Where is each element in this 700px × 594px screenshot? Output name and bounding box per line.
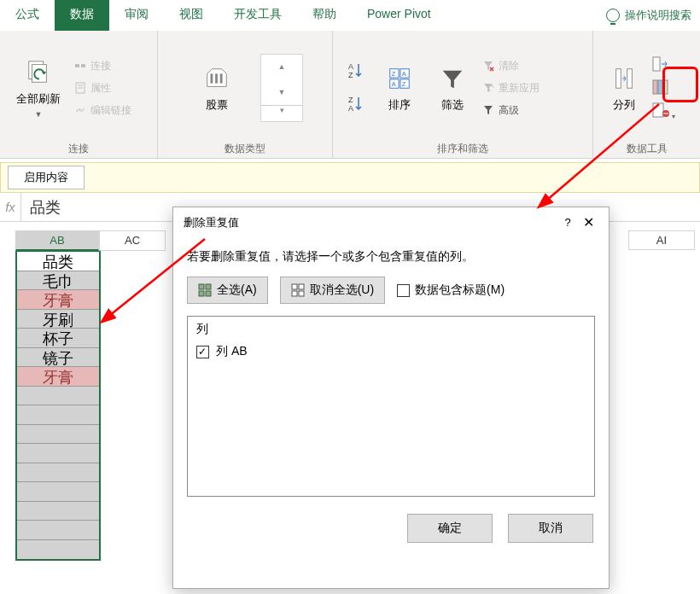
svg-rect-26	[653, 57, 660, 71]
sort-asc-button[interactable]: AZ	[347, 61, 365, 82]
deselect-all-icon	[291, 283, 305, 297]
tell-me-search[interactable]: 操作说明搜索	[606, 0, 700, 31]
dropdown-arrow-icon: ▼	[35, 110, 43, 119]
bulb-icon	[606, 9, 620, 22]
remove-duplicates-button[interactable]	[651, 79, 675, 98]
svg-rect-8	[215, 73, 218, 83]
stock-label: 股票	[206, 97, 228, 113]
cell-empty[interactable]	[17, 482, 99, 502]
tab-dev[interactable]: 开发工具	[219, 0, 297, 31]
col-header-ab[interactable]: AB	[15, 230, 99, 251]
properties-button[interactable]: 属性	[73, 77, 131, 99]
column-item-ab[interactable]: 列 AB	[196, 344, 586, 359]
dialog-description: 若要删除重复值，请选择一个或多个包含重复值的列。	[187, 249, 595, 265]
svg-rect-35	[199, 291, 204, 296]
tab-data[interactable]: 数据	[55, 0, 109, 31]
columns-listbox[interactable]: 列 列 AB	[187, 316, 595, 497]
text-to-columns-button[interactable]: 分列	[602, 48, 646, 129]
cell-empty[interactable]	[17, 425, 99, 445]
checkbox-icon	[397, 284, 410, 297]
svg-rect-28	[658, 80, 662, 94]
group-label-datatools: 数据工具	[602, 140, 691, 156]
sort-icon: ZAAZ	[384, 63, 415, 94]
security-warning-bar: 启用内容	[0, 162, 700, 193]
data-type-gallery[interactable]: ▲ ▼ ▾	[260, 54, 303, 122]
svg-rect-7	[211, 73, 213, 83]
edit-links-button[interactable]: 编辑链接	[73, 99, 131, 121]
sort-desc-button[interactable]: ZA	[347, 94, 365, 115]
enable-content-button[interactable]: 启用内容	[8, 166, 85, 189]
cell-a6[interactable]: 镜子	[17, 348, 99, 368]
search-label: 操作说明搜索	[625, 8, 691, 23]
refresh-icon	[23, 57, 54, 88]
tab-formula[interactable]: 公式	[0, 0, 55, 31]
cell-empty[interactable]	[17, 502, 99, 521]
svg-rect-3	[81, 64, 85, 67]
tab-review[interactable]: 审阅	[109, 0, 164, 31]
selected-range[interactable]: 品类 毛巾 牙膏 牙刷 杯子 镜子 牙膏	[15, 250, 101, 561]
formula-value[interactable]: 品类	[20, 193, 69, 221]
connections-button[interactable]: 连接	[73, 55, 131, 77]
select-all-icon	[198, 283, 212, 297]
sort-button[interactable]: ZAAZ 排序	[376, 48, 423, 129]
cell-empty[interactable]	[17, 387, 99, 406]
has-header-checkbox[interactable]: 数据包含标题(M)	[397, 282, 505, 298]
stock-button[interactable]: 股票	[187, 48, 247, 129]
svg-text:Z: Z	[402, 80, 406, 88]
flash-fill-button[interactable]	[651, 55, 675, 75]
refresh-all-button[interactable]: 全部刷新 ▼	[9, 48, 68, 129]
cell-a5[interactable]: 杯子	[17, 329, 99, 348]
reapply-button[interactable]: 重新应用	[481, 77, 540, 99]
cancel-button[interactable]: 取消	[508, 514, 593, 543]
cell-a2[interactable]: 毛巾	[17, 271, 99, 291]
help-button[interactable]: ?	[557, 216, 578, 229]
fx-icon[interactable]: fx	[0, 200, 20, 214]
remove-duplicates-dialog: 删除重复值 ? ✕ 若要删除重复值，请选择一个或多个包含重复值的列。 全选(A)…	[172, 207, 610, 589]
svg-rect-30	[653, 103, 663, 117]
svg-rect-27	[653, 80, 657, 94]
funnel-icon	[437, 63, 468, 94]
cell-a1[interactable]: 品类	[17, 252, 99, 271]
col-header-ai[interactable]: AI	[628, 230, 695, 250]
select-all-button[interactable]: 全选(A)	[187, 277, 268, 304]
svg-rect-33	[199, 284, 204, 289]
col-header-ac[interactable]: AC	[99, 230, 166, 251]
cell-empty[interactable]	[17, 444, 99, 463]
cell-empty[interactable]	[17, 540, 99, 560]
refresh-label: 全部刷新	[16, 91, 61, 107]
data-validation-button[interactable]: ▾	[651, 102, 675, 121]
cell-a7[interactable]: 牙膏	[17, 367, 99, 387]
group-label-sortfilter: 排序和筛选	[341, 140, 584, 156]
ribbon: 全部刷新 ▼ 连接 属性 编辑链接 连接 股票 ▲ ▼ ▾	[0, 31, 700, 159]
svg-text:Z: Z	[392, 70, 396, 78]
svg-text:A: A	[348, 104, 353, 113]
close-button[interactable]: ✕	[578, 214, 598, 230]
svg-rect-2	[75, 64, 79, 67]
ribbon-tabs: 公式 数据 审阅 视图 开发工具 帮助 Power Pivot 操作说明搜索	[0, 0, 700, 31]
filter-button[interactable]: 筛选	[429, 48, 476, 129]
svg-rect-40	[299, 291, 304, 296]
tab-powerpivot[interactable]: Power Pivot	[352, 0, 446, 31]
svg-text:Z: Z	[348, 96, 353, 104]
dialog-title: 删除重复值	[184, 215, 557, 230]
cell-empty[interactable]	[17, 463, 99, 483]
svg-text:A: A	[392, 80, 396, 88]
cell-empty[interactable]	[17, 405, 99, 425]
svg-rect-38	[299, 284, 304, 289]
svg-text:A: A	[402, 70, 406, 78]
group-label-connections: 连接	[9, 140, 149, 156]
svg-rect-9	[220, 73, 223, 83]
checkbox-checked-icon	[196, 346, 209, 358]
ok-button[interactable]: 确定	[407, 514, 493, 543]
clear-filter-button[interactable]: 清除	[481, 55, 540, 77]
cell-a4[interactable]: 牙刷	[17, 310, 99, 329]
svg-rect-39	[292, 291, 297, 296]
advanced-filter-button[interactable]: 高级	[481, 99, 540, 121]
stock-icon	[201, 63, 232, 94]
cell-empty[interactable]	[17, 521, 99, 540]
svg-rect-37	[292, 284, 297, 289]
tab-view[interactable]: 视图	[164, 0, 219, 31]
cell-a3[interactable]: 牙膏	[17, 290, 99, 310]
tab-help[interactable]: 帮助	[297, 0, 352, 31]
deselect-all-button[interactable]: 取消全选(U)	[280, 277, 385, 304]
